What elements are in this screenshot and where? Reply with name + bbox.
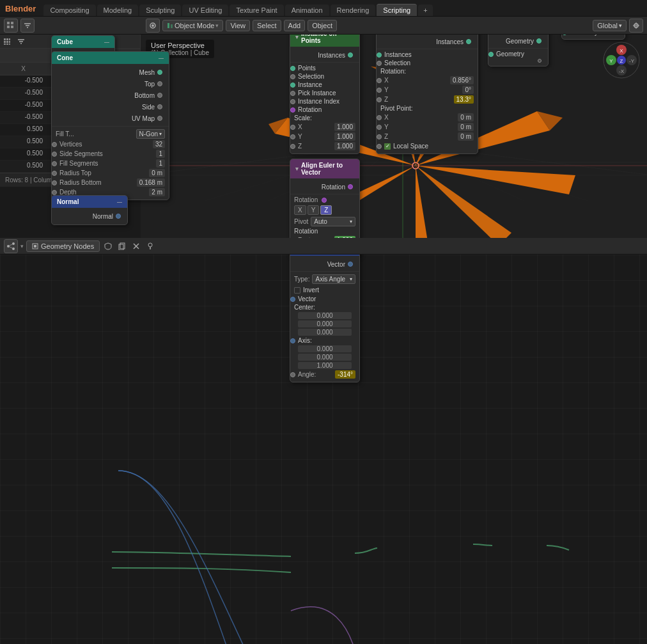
socket-iop-scale-z[interactable] bbox=[290, 144, 295, 149]
editor-type-icon[interactable] bbox=[4, 19, 18, 33]
object-menu[interactable]: Object bbox=[308, 20, 337, 31]
object-mode-label[interactable]: Object Mode bbox=[175, 22, 214, 29]
viewport-overlays-icon[interactable]: Object Mode ▾ bbox=[162, 20, 223, 31]
socket-cone-depth[interactable] bbox=[52, 190, 57, 195]
svg-rect-9 bbox=[168, 23, 169, 28]
tab-sculpting[interactable]: Sculpting bbox=[139, 4, 181, 16]
geonode-editor-type-icon[interactable] bbox=[4, 239, 18, 253]
editor-type-spreadsheet[interactable] bbox=[0, 35, 14, 49]
copy-icon[interactable] bbox=[116, 240, 128, 252]
socket-iop-scale-y[interactable] bbox=[290, 134, 295, 139]
view-menu[interactable]: View bbox=[226, 20, 250, 31]
chevron-down-icon: ▾ bbox=[20, 243, 24, 249]
svg-line-90 bbox=[10, 247, 12, 248]
socket-ri-piv-y[interactable] bbox=[377, 125, 382, 130]
socket-iop-rotation[interactable] bbox=[290, 107, 295, 113]
tab-texture-paint[interactable]: Texture Paint bbox=[230, 4, 283, 16]
svg-rect-22 bbox=[9, 43, 10, 45]
global-transform-btn[interactable]: Global▾ bbox=[593, 20, 627, 31]
node-normal[interactable]: Normal — Normal bbox=[51, 195, 128, 225]
socket-jg-in2[interactable] bbox=[538, 59, 542, 63]
transform-extra-btn[interactable] bbox=[629, 19, 643, 33]
node-cone-collapse[interactable]: — bbox=[159, 55, 164, 61]
socket-cone-uvmap[interactable] bbox=[157, 116, 162, 121]
socket-vr-vector-in[interactable] bbox=[290, 297, 295, 302]
socket-ri-out[interactable] bbox=[466, 39, 471, 44]
svg-text:-X: -X bbox=[619, 68, 625, 74]
tab-rendering[interactable]: Rendering bbox=[331, 4, 376, 16]
socket-iop-pick[interactable] bbox=[290, 91, 295, 96]
socket-jg-in[interactable] bbox=[488, 52, 494, 57]
node-iop-collapse[interactable]: ▾ bbox=[295, 34, 299, 40]
angle-value: -314° bbox=[335, 370, 355, 379]
socket-cone-fill-segs[interactable] bbox=[52, 161, 57, 166]
svg-rect-10 bbox=[171, 24, 173, 28]
socket-cone-radius-bottom[interactable] bbox=[52, 180, 57, 185]
socket-ri-rot-z[interactable] bbox=[377, 97, 382, 102]
tab-animation[interactable]: Animation bbox=[285, 4, 329, 16]
socket-cone-top[interactable] bbox=[157, 81, 162, 86]
pivot-dropdown[interactable]: Auto ▾ bbox=[311, 217, 355, 226]
viewport-render-icon[interactable] bbox=[146, 19, 160, 33]
socket-vr-angle[interactable] bbox=[290, 372, 295, 377]
socket-ri-rot-y[interactable] bbox=[377, 88, 382, 93]
shield-icon[interactable] bbox=[102, 240, 114, 252]
socket-cone-mesh[interactable] bbox=[157, 70, 162, 75]
viewport-gizmo[interactable]: X -X Y -Y Z bbox=[602, 41, 641, 79]
socket-cone-bottom[interactable] bbox=[157, 93, 162, 98]
socket-iop-index[interactable] bbox=[290, 99, 295, 104]
node-rotate-instances[interactable]: ▾ Rotate Instances Instances Instances S… bbox=[376, 20, 478, 154]
socket-ri-instances-in[interactable] bbox=[377, 52, 382, 58]
socket-ri-selection[interactable] bbox=[377, 61, 382, 66]
socket-iop-scale[interactable] bbox=[290, 125, 295, 130]
filter-toggle[interactable] bbox=[14, 35, 28, 49]
node-instance-on-points[interactable]: ▾ Instance on Points Instances Points Se… bbox=[290, 27, 360, 154]
tab-add[interactable]: + bbox=[418, 4, 432, 16]
geonode-group-selector[interactable]: Geometry Nodes bbox=[26, 240, 100, 252]
svg-rect-15 bbox=[6, 38, 8, 40]
node-aetv-collapse[interactable]: ▾ bbox=[295, 166, 299, 172]
socket-iop-selection[interactable] bbox=[290, 74, 295, 79]
tab-compositing[interactable]: Compositing bbox=[43, 4, 95, 16]
fill-type-dropdown[interactable]: N-Gon ▾ bbox=[136, 129, 165, 139]
node-cone[interactable]: Cone — Mesh Top Bottom Side UV Map Fill … bbox=[51, 51, 169, 200]
object-mode-chevron: ▾ bbox=[215, 22, 219, 29]
filter-icon[interactable] bbox=[20, 19, 35, 33]
invert-checkbox[interactable] bbox=[294, 287, 300, 294]
socket-cone-radius-top[interactable] bbox=[52, 171, 57, 176]
socket-normal-out[interactable] bbox=[116, 214, 121, 219]
axis-x-btn[interactable]: X bbox=[294, 205, 306, 215]
svg-rect-21 bbox=[6, 43, 8, 45]
socket-aetv-rotation-in[interactable] bbox=[322, 198, 327, 203]
tab-scripting[interactable]: Scripting bbox=[377, 4, 417, 16]
local-space-checkbox[interactable]: ✓ bbox=[384, 143, 391, 150]
socket-aetv-rotation-out[interactable] bbox=[348, 184, 353, 189]
node-normal-collapse[interactable]: — bbox=[117, 199, 122, 205]
socket-ri-piv-z[interactable] bbox=[377, 134, 382, 139]
socket-vr-axis[interactable] bbox=[290, 338, 295, 343]
select-menu[interactable]: Select bbox=[253, 20, 281, 31]
socket-ri-local[interactable] bbox=[377, 144, 382, 149]
socket-cone-side-segs[interactable] bbox=[52, 152, 57, 157]
axis-z-btn[interactable]: Z bbox=[320, 205, 332, 215]
socket-vr-vector-out[interactable] bbox=[348, 262, 353, 267]
socket-iop-points[interactable] bbox=[290, 66, 295, 71]
axis-y-btn[interactable]: Y bbox=[308, 205, 320, 215]
socket-cone-vertices[interactable] bbox=[52, 142, 57, 147]
vector-rotate-type-dropdown[interactable]: Axis Angle ▾ bbox=[312, 274, 355, 284]
socket-iop-instance[interactable] bbox=[290, 82, 295, 88]
socket-ri-rot-x[interactable] bbox=[377, 78, 382, 83]
tab-uv-editing[interactable]: UV Editing bbox=[182, 4, 228, 16]
socket-iop-instances-out[interactable] bbox=[348, 52, 353, 58]
pin-icon[interactable] bbox=[144, 240, 156, 252]
node-cube-collapse[interactable]: — bbox=[104, 39, 109, 45]
close-icon[interactable] bbox=[130, 240, 142, 252]
add-menu[interactable]: Add bbox=[284, 20, 306, 31]
node-vector-rotate[interactable]: ▾ Vector Rotate Vector Type: Axis Angle … bbox=[290, 243, 360, 382]
tab-modeling[interactable]: Modeling bbox=[97, 4, 139, 16]
socket-jg-out[interactable] bbox=[536, 38, 542, 43]
svg-rect-20 bbox=[4, 43, 6, 45]
socket-cone-side[interactable] bbox=[157, 104, 162, 109]
svg-rect-17 bbox=[4, 41, 6, 43]
socket-ri-piv-x[interactable] bbox=[377, 115, 382, 120]
